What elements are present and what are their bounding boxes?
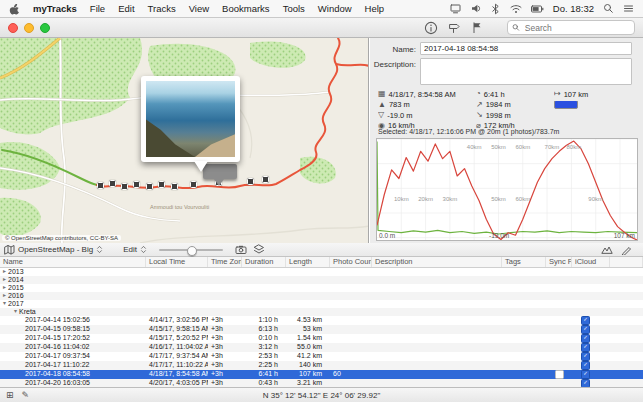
- table-row[interactable]: 2017-04-16 11:04:024/16/17, 11:04:02 AM+…: [0, 343, 643, 352]
- table-row[interactable]: 2017-04-15 09:58:154/15/17, 9:58:15 AM+3…: [0, 325, 643, 334]
- apple-icon[interactable]: [9, 2, 20, 15]
- icloud-checkbox[interactable]: ✓: [581, 325, 590, 334]
- min-altitude-icon: ▽-19.0 m: [378, 111, 476, 119]
- table-group-row[interactable]: ▸2016: [0, 292, 643, 300]
- disclosure-triangle[interactable]: ▸: [3, 268, 6, 276]
- minimize-window-button[interactable]: [24, 23, 34, 33]
- map-pane[interactable]: Ammoudi tou Vourvouliti © OpenStreetMap …: [0, 38, 369, 243]
- menu-item-edit[interactable]: Edit: [118, 3, 134, 14]
- waypoint-marker[interactable]: [171, 183, 178, 190]
- waypoint-marker[interactable]: [97, 182, 104, 189]
- photo-popup-shadow[interactable]: [203, 164, 237, 179]
- disclosure-triangle[interactable]: ▾: [14, 308, 17, 316]
- column-header-filler[interactable]: [610, 257, 643, 267]
- search-field[interactable]: [507, 20, 635, 35]
- waypoint-marker[interactable]: [121, 183, 128, 190]
- track-description-input[interactable]: [420, 58, 632, 85]
- waypoint-marker[interactable]: [146, 183, 153, 190]
- table-group-row[interactable]: ▸2014: [0, 276, 643, 284]
- signature-icon[interactable]: ✎: [22, 390, 30, 400]
- icloud-checkbox[interactable]: ✓: [581, 343, 590, 352]
- notification-center-icon[interactable]: [623, 3, 634, 14]
- column-header-local-time[interactable]: Local Time: [146, 257, 208, 267]
- table-row[interactable]: 2017-04-18 08:54:584/18/17, 8:54:58 AM+3…: [0, 370, 643, 379]
- disclosure-triangle[interactable]: ▸: [3, 276, 6, 284]
- column-header-sync-p-[interactable]: Sync P...: [546, 257, 572, 267]
- table-group-row[interactable]: ▾Kreta: [0, 308, 643, 316]
- column-header-photo-count[interactable]: Photo Count: [330, 257, 372, 267]
- menu-clock[interactable]: Do. 18:32: [553, 3, 594, 14]
- zoom-slider-thumb[interactable]: [187, 246, 197, 256]
- sync-checkbox[interactable]: [555, 370, 564, 379]
- layers-icon[interactable]: [253, 244, 265, 255]
- map-provider-dropdown[interactable]: OpenStreetMap - Big: [4, 244, 103, 255]
- table-row[interactable]: 2017-04-20 16:03:054/20/17, 4:03:05 PM+3…: [0, 379, 643, 387]
- spotlight-icon[interactable]: [603, 3, 614, 14]
- table-group-row[interactable]: ▸2013: [0, 268, 643, 276]
- icloud-checkbox[interactable]: ✓: [581, 370, 590, 379]
- waypoint-marker[interactable]: [247, 178, 254, 185]
- column-header-name[interactable]: Name: [0, 257, 146, 267]
- icloud-checkbox[interactable]: ✓: [581, 361, 590, 370]
- map-control-bar: OpenStreetMap - Big Edit: [0, 243, 643, 257]
- zoom-window-button[interactable]: [40, 23, 50, 33]
- waypoint-marker[interactable]: [133, 181, 140, 188]
- edit-pencil-icon[interactable]: [621, 244, 633, 255]
- track-name-input[interactable]: [420, 42, 632, 55]
- menu-item-view[interactable]: View: [189, 3, 209, 14]
- column-header-time-zone[interactable]: Time Zone: [208, 257, 242, 267]
- search-input[interactable]: [523, 22, 630, 34]
- wifi-icon[interactable]: [510, 4, 522, 14]
- icloud-checkbox[interactable]: ✓: [581, 316, 590, 325]
- table-group-row[interactable]: ▸2015: [0, 284, 643, 292]
- flag-icon[interactable]: [471, 21, 483, 34]
- menu-item-tools[interactable]: Tools: [283, 3, 305, 14]
- photo-thumbnail[interactable]: [146, 81, 235, 157]
- app-menu-title[interactable]: myTracks: [33, 3, 77, 14]
- table-row[interactable]: 2017-04-17 09:37:544/17/17, 9:37:54 AM+3…: [0, 352, 643, 361]
- table-group-row[interactable]: ▾2017: [0, 300, 643, 308]
- table-row[interactable]: 2017-04-17 11:10:224/17/17, 11:10:22 AM+…: [0, 361, 643, 370]
- grid-icon[interactable]: ⊞: [6, 390, 14, 400]
- waypoint-marker[interactable]: [158, 181, 165, 188]
- signpost-icon[interactable]: [448, 21, 461, 34]
- zoom-slider[interactable]: [159, 249, 223, 251]
- column-header-tags[interactable]: Tags: [502, 257, 546, 267]
- track-path-orange-spur[interactable]: [336, 64, 369, 66]
- column-header-duration[interactable]: Duration: [242, 257, 286, 267]
- camera-icon[interactable]: [235, 244, 247, 255]
- map-edit-dropdown[interactable]: Edit: [123, 244, 147, 255]
- icloud-checkbox[interactable]: ✓: [581, 352, 590, 361]
- battery-icon[interactable]: [531, 4, 544, 14]
- column-header-length[interactable]: Length: [286, 257, 330, 267]
- waypoint-marker[interactable]: [109, 180, 116, 187]
- selected-track-elevation: [377, 141, 637, 240]
- waypoint-marker[interactable]: [262, 176, 269, 183]
- info-button[interactable]: [424, 21, 438, 35]
- column-header-icloud[interactable]: iCloud: [572, 257, 610, 267]
- column-header-description[interactable]: Description: [372, 257, 502, 267]
- disclosure-triangle[interactable]: ▾: [3, 300, 6, 308]
- close-window-button[interactable]: [8, 23, 18, 33]
- elevation-chart[interactable]: 10km20km30km50km60km90km40km50km60km70km…: [377, 139, 637, 240]
- row-length: [286, 268, 330, 276]
- icloud-checkbox[interactable]: ✓: [581, 379, 590, 387]
- menu-item-file[interactable]: File: [90, 3, 105, 14]
- elevation-panel-toggle-icon[interactable]: [601, 244, 613, 255]
- display-icon[interactable]: [450, 3, 461, 14]
- menu-item-help[interactable]: Help: [365, 3, 385, 14]
- disclosure-triangle[interactable]: ▸: [3, 284, 6, 292]
- menu-item-tracks[interactable]: Tracks: [148, 3, 176, 14]
- waypoint-marker[interactable]: [190, 181, 197, 188]
- bluetooth-icon[interactable]: [490, 3, 501, 15]
- disclosure-triangle[interactable]: ▸: [3, 292, 6, 300]
- menu-item-window[interactable]: Window: [318, 3, 352, 14]
- photo-popup[interactable]: [141, 76, 240, 162]
- track-color-swatch[interactable]: [554, 101, 578, 109]
- menu-item-bookmarks[interactable]: Bookmarks: [222, 3, 270, 14]
- table-row[interactable]: 2017-04-15 17:20:524/15/17, 5:20:52 PM+3…: [0, 334, 643, 343]
- table-row[interactable]: 2017-04-14 15:02:564/14/17, 3:02:56 PM+3…: [0, 316, 643, 325]
- row-duration: 0:43 h: [242, 379, 286, 387]
- volume-icon[interactable]: [470, 3, 481, 14]
- icloud-checkbox[interactable]: ✓: [581, 334, 590, 343]
